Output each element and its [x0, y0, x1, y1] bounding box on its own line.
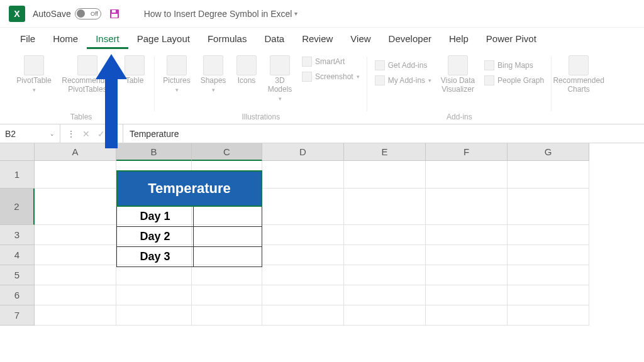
pictures-button[interactable]: Pictures▾ — [160, 53, 194, 93]
group-label-illustrations: Illustrations — [242, 111, 280, 124]
select-all-corner[interactable] — [0, 143, 35, 161]
autosave-label: AutoSave — [33, 9, 71, 19]
save-icon[interactable] — [109, 8, 120, 19]
chart-icon — [569, 55, 589, 75]
recommended-charts-button[interactable]: Recommended Charts — [557, 53, 601, 94]
my-addins-icon — [375, 75, 385, 85]
pivottable-icon — [24, 55, 44, 75]
shapes-icon — [203, 55, 223, 75]
group-charts-partial: Recommended Charts — [552, 53, 606, 124]
bing-maps-icon — [484, 60, 494, 70]
title-bar: X AutoSave Off How to Insert Degree Symb… — [0, 0, 644, 28]
svg-rect-1 — [112, 10, 116, 13]
cancel-icon[interactable]: ⋮ — [65, 129, 77, 139]
svg-rect-2 — [111, 14, 118, 18]
document-title[interactable]: How to Insert Degree Symbol in Excel ▾ — [144, 9, 298, 19]
people-graph-button[interactable]: People Graph — [482, 74, 547, 87]
smartart-icon — [302, 57, 312, 67]
recommended-pivottables-icon — [77, 55, 97, 75]
tab-view[interactable]: View — [341, 30, 379, 49]
bing-maps-button[interactable]: Bing Maps — [482, 59, 547, 72]
table-cell[interactable] — [194, 247, 262, 267]
visio-icon — [448, 55, 468, 75]
pictures-icon — [167, 55, 187, 75]
table-cell[interactable] — [194, 207, 262, 227]
col-header-E[interactable]: E — [344, 143, 426, 161]
tab-formulas[interactable]: Formulas — [199, 30, 256, 49]
visio-button[interactable]: Visio Data Visualizer — [438, 53, 478, 94]
row-header-2[interactable]: 2 — [0, 189, 35, 225]
group-illustrations: Pictures▾ Shapes▾ Icons 3D Models▾ Smart… — [155, 53, 367, 124]
worksheet[interactable]: A B C D E F G 1 2 3 4 5 6 7 Temperature … — [0, 143, 644, 326]
excel-logo-icon: X — [9, 6, 25, 22]
row-header-4[interactable]: 4 — [0, 245, 35, 265]
group-label-addins: Add-ins — [447, 111, 472, 124]
name-box[interactable]: B2 ⌄ — [0, 124, 60, 143]
table-icon — [125, 55, 145, 75]
row-header-7[interactable]: 7 — [0, 305, 35, 326]
row-header-5[interactable]: 5 — [0, 265, 35, 285]
temperature-table: Temperature Day 1 Day 2 Day 3 — [116, 170, 262, 267]
chevron-down-icon: ⌄ — [50, 131, 55, 137]
col-header-F[interactable]: F — [426, 143, 508, 161]
get-addins-button[interactable]: Get Add-ins — [372, 59, 434, 72]
tab-developer[interactable]: Developer — [380, 30, 440, 49]
tab-help[interactable]: Help — [440, 30, 477, 49]
icons-icon — [236, 55, 257, 75]
autosave-control[interactable]: AutoSave Off — [33, 8, 101, 19]
tab-home[interactable]: Home — [44, 30, 87, 49]
col-header-C[interactable]: C — [192, 143, 262, 161]
pivottable-button[interactable]: PivotTable▾ — [13, 53, 55, 93]
shapes-button[interactable]: Shapes▾ — [197, 53, 229, 93]
svg-marker-3 — [96, 54, 127, 148]
row-header-1[interactable]: 1 — [0, 161, 35, 189]
col-header-B[interactable]: B — [116, 143, 192, 161]
annotation-arrow-icon — [96, 54, 127, 148]
col-header-G[interactable]: G — [508, 143, 589, 161]
chevron-down-icon: ▾ — [294, 10, 297, 17]
table-row[interactable]: Day 3 — [116, 247, 194, 267]
row-header-3[interactable]: 3 — [0, 225, 35, 245]
my-addins-button[interactable]: My Add-ins▾ — [372, 74, 434, 87]
tab-data[interactable]: Data — [255, 30, 293, 49]
tab-insert[interactable]: Insert — [87, 30, 128, 49]
3d-models-icon — [270, 55, 290, 75]
group-tables: PivotTable▾ Recommended PivotTables Tabl… — [8, 53, 155, 124]
tab-file[interactable]: File — [11, 30, 44, 49]
tab-page-layout[interactable]: Page Layout — [128, 30, 199, 49]
get-addins-icon — [375, 60, 385, 70]
col-header-D[interactable]: D — [262, 143, 344, 161]
people-graph-icon — [484, 75, 494, 85]
group-addins: Get Add-ins My Add-ins▾ Visio Data Visua… — [367, 53, 552, 124]
ribbon-tabs: File Home Insert Page Layout Formulas Da… — [0, 28, 644, 49]
row-header-6[interactable]: 6 — [0, 285, 35, 305]
cancel-formula-icon[interactable]: ✕ — [80, 129, 92, 139]
tab-review[interactable]: Review — [293, 30, 341, 49]
group-label-tables: Tables — [70, 111, 92, 124]
table-header[interactable]: Temperature — [116, 170, 262, 207]
table-row[interactable]: Day 2 — [116, 227, 194, 247]
tab-power-pivot[interactable]: Power Pivot — [477, 30, 545, 49]
table-row[interactable]: Day 1 — [116, 207, 194, 227]
screenshot-icon — [302, 72, 312, 82]
autosave-toggle[interactable]: Off — [75, 8, 101, 19]
icons-button[interactable]: Icons — [233, 53, 260, 85]
table-cell[interactable] — [194, 227, 262, 247]
3d-models-button[interactable]: 3D Models▾ — [264, 53, 296, 102]
formula-input[interactable]: Temperature — [123, 129, 186, 139]
smartart-button[interactable]: SmartArt — [299, 55, 362, 68]
screenshot-button[interactable]: Screenshot▾ — [299, 70, 362, 83]
